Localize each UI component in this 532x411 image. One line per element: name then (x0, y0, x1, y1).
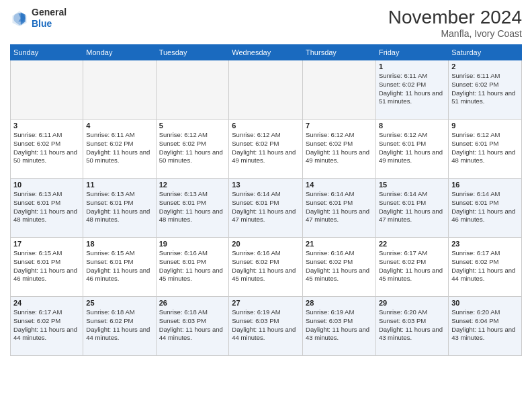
day-number: 1 (379, 62, 445, 71)
day-info: Sunrise: 6:19 AMSunset: 6:03 PMDaylight:… (232, 308, 300, 342)
day-info: Sunrise: 6:13 AMSunset: 6:01 PMDaylight:… (13, 190, 80, 224)
calendar-cell: 9Sunrise: 6:12 AMSunset: 6:01 PMDaylight… (449, 120, 522, 179)
page-header: General Blue November 2024 Manfla, Ivory… (10, 7, 522, 39)
calendar-cell: 21Sunrise: 6:16 AMSunset: 6:02 PMDayligh… (303, 238, 376, 297)
location-subtitle: Manfla, Ivory Coast (388, 28, 522, 39)
day-number: 22 (379, 240, 445, 248)
day-number: 26 (159, 299, 226, 307)
day-info: Sunrise: 6:11 AMSunset: 6:02 PMDaylight:… (13, 131, 80, 165)
title-block: November 2024 Manfla, Ivory Coast (388, 7, 522, 39)
day-number: 3 (13, 122, 80, 130)
calendar-week-2: 3Sunrise: 6:11 AMSunset: 6:02 PMDaylight… (11, 120, 522, 179)
calendar-cell: 4Sunrise: 6:11 AMSunset: 6:02 PMDaylight… (83, 120, 156, 179)
calendar-cell: 8Sunrise: 6:12 AMSunset: 6:01 PMDaylight… (375, 120, 448, 179)
calendar-cell: 10Sunrise: 6:13 AMSunset: 6:01 PMDayligh… (11, 179, 83, 238)
day-info: Sunrise: 6:19 AMSunset: 6:03 PMDaylight:… (306, 308, 373, 342)
calendar-cell (229, 60, 303, 120)
weekday-tuesday: Tuesday (156, 45, 229, 60)
day-number: 20 (232, 240, 300, 248)
calendar-cell: 22Sunrise: 6:17 AMSunset: 6:02 PMDayligh… (375, 238, 448, 297)
day-number: 24 (13, 299, 80, 307)
weekday-wednesday: Wednesday (229, 45, 303, 60)
day-info: Sunrise: 6:16 AMSunset: 6:02 PMDaylight:… (232, 249, 300, 283)
day-number: 10 (13, 181, 80, 189)
day-number: 6 (232, 122, 300, 130)
day-number: 11 (86, 181, 152, 189)
day-info: Sunrise: 6:13 AMSunset: 6:01 PMDaylight:… (86, 190, 152, 224)
day-number: 27 (232, 299, 300, 307)
calendar-cell (11, 60, 83, 120)
calendar-cell: 23Sunrise: 6:17 AMSunset: 6:02 PMDayligh… (449, 238, 522, 297)
day-info: Sunrise: 6:18 AMSunset: 6:03 PMDaylight:… (159, 308, 226, 342)
day-number: 29 (379, 299, 445, 307)
calendar-cell: 20Sunrise: 6:16 AMSunset: 6:02 PMDayligh… (229, 238, 303, 297)
calendar-cell: 26Sunrise: 6:18 AMSunset: 6:03 PMDayligh… (156, 297, 229, 356)
calendar-cell: 7Sunrise: 6:12 AMSunset: 6:02 PMDaylight… (303, 120, 376, 179)
day-number: 23 (451, 240, 519, 248)
weekday-header-row: SundayMondayTuesdayWednesdayThursdayFrid… (11, 45, 522, 60)
day-info: Sunrise: 6:15 AMSunset: 6:01 PMDaylight:… (86, 249, 152, 283)
day-info: Sunrise: 6:12 AMSunset: 6:01 PMDaylight:… (379, 131, 445, 165)
calendar-cell: 13Sunrise: 6:14 AMSunset: 6:01 PMDayligh… (229, 179, 303, 238)
day-info: Sunrise: 6:12 AMSunset: 6:01 PMDaylight:… (451, 131, 519, 165)
day-info: Sunrise: 6:17 AMSunset: 6:02 PMDaylight:… (379, 249, 445, 283)
logo: General Blue (10, 7, 66, 30)
day-number: 4 (86, 122, 152, 130)
calendar-cell: 25Sunrise: 6:18 AMSunset: 6:02 PMDayligh… (83, 297, 156, 356)
day-info: Sunrise: 6:16 AMSunset: 6:01 PMDaylight:… (159, 249, 226, 283)
logo-blue: Blue (32, 18, 66, 30)
day-number: 15 (379, 181, 445, 189)
logo-text: General Blue (32, 7, 66, 30)
day-info: Sunrise: 6:15 AMSunset: 6:01 PMDaylight:… (13, 249, 80, 283)
calendar-cell (156, 60, 229, 120)
weekday-thursday: Thursday (303, 45, 376, 60)
month-title: November 2024 (388, 7, 522, 28)
page: General Blue November 2024 Manfla, Ivory… (0, 0, 532, 411)
day-info: Sunrise: 6:11 AMSunset: 6:02 PMDaylight:… (451, 72, 519, 106)
day-number: 16 (451, 181, 519, 189)
weekday-sunday: Sunday (11, 45, 83, 60)
weekday-monday: Monday (83, 45, 156, 60)
day-info: Sunrise: 6:17 AMSunset: 6:02 PMDaylight:… (13, 308, 80, 342)
calendar-cell: 2Sunrise: 6:11 AMSunset: 6:02 PMDaylight… (449, 60, 522, 120)
day-info: Sunrise: 6:12 AMSunset: 6:02 PMDaylight:… (159, 131, 226, 165)
calendar-cell: 15Sunrise: 6:14 AMSunset: 6:01 PMDayligh… (375, 179, 448, 238)
calendar-cell (303, 60, 376, 120)
day-number: 19 (159, 240, 226, 248)
day-number: 17 (13, 240, 80, 248)
day-info: Sunrise: 6:14 AMSunset: 6:01 PMDaylight:… (379, 190, 445, 224)
day-number: 18 (86, 240, 152, 248)
calendar-week-5: 24Sunrise: 6:17 AMSunset: 6:02 PMDayligh… (11, 297, 522, 356)
day-number: 2 (451, 62, 519, 71)
calendar-table: SundayMondayTuesdayWednesdayThursdayFrid… (10, 44, 522, 356)
calendar-cell: 28Sunrise: 6:19 AMSunset: 6:03 PMDayligh… (303, 297, 376, 356)
day-info: Sunrise: 6:20 AMSunset: 6:03 PMDaylight:… (379, 308, 445, 342)
calendar-cell (83, 60, 156, 120)
day-number: 13 (232, 181, 300, 189)
logo-general: General (32, 7, 66, 18)
day-info: Sunrise: 6:12 AMSunset: 6:02 PMDaylight:… (232, 131, 300, 165)
day-number: 30 (451, 299, 519, 307)
calendar-body: 1Sunrise: 6:11 AMSunset: 6:02 PMDaylight… (11, 60, 522, 356)
day-number: 14 (306, 181, 373, 189)
calendar-cell: 30Sunrise: 6:20 AMSunset: 6:04 PMDayligh… (449, 297, 522, 356)
day-number: 7 (306, 122, 373, 130)
calendar-cell: 17Sunrise: 6:15 AMSunset: 6:01 PMDayligh… (11, 238, 83, 297)
day-number: 25 (86, 299, 152, 307)
calendar-cell: 11Sunrise: 6:13 AMSunset: 6:01 PMDayligh… (83, 179, 156, 238)
calendar-cell: 27Sunrise: 6:19 AMSunset: 6:03 PMDayligh… (229, 297, 303, 356)
calendar-week-3: 10Sunrise: 6:13 AMSunset: 6:01 PMDayligh… (11, 179, 522, 238)
weekday-friday: Friday (375, 45, 448, 60)
day-info: Sunrise: 6:17 AMSunset: 6:02 PMDaylight:… (451, 249, 519, 283)
day-info: Sunrise: 6:20 AMSunset: 6:04 PMDaylight:… (451, 308, 519, 342)
calendar-header: SundayMondayTuesdayWednesdayThursdayFrid… (11, 45, 522, 60)
calendar-cell: 16Sunrise: 6:14 AMSunset: 6:01 PMDayligh… (449, 179, 522, 238)
calendar-cell: 6Sunrise: 6:12 AMSunset: 6:02 PMDaylight… (229, 120, 303, 179)
calendar-cell: 5Sunrise: 6:12 AMSunset: 6:02 PMDaylight… (156, 120, 229, 179)
day-info: Sunrise: 6:18 AMSunset: 6:02 PMDaylight:… (86, 308, 152, 342)
calendar-cell: 1Sunrise: 6:11 AMSunset: 6:02 PMDaylight… (375, 60, 448, 120)
weekday-saturday: Saturday (449, 45, 522, 60)
calendar-cell: 24Sunrise: 6:17 AMSunset: 6:02 PMDayligh… (11, 297, 83, 356)
calendar-cell: 29Sunrise: 6:20 AMSunset: 6:03 PMDayligh… (375, 297, 448, 356)
day-number: 9 (451, 122, 519, 130)
